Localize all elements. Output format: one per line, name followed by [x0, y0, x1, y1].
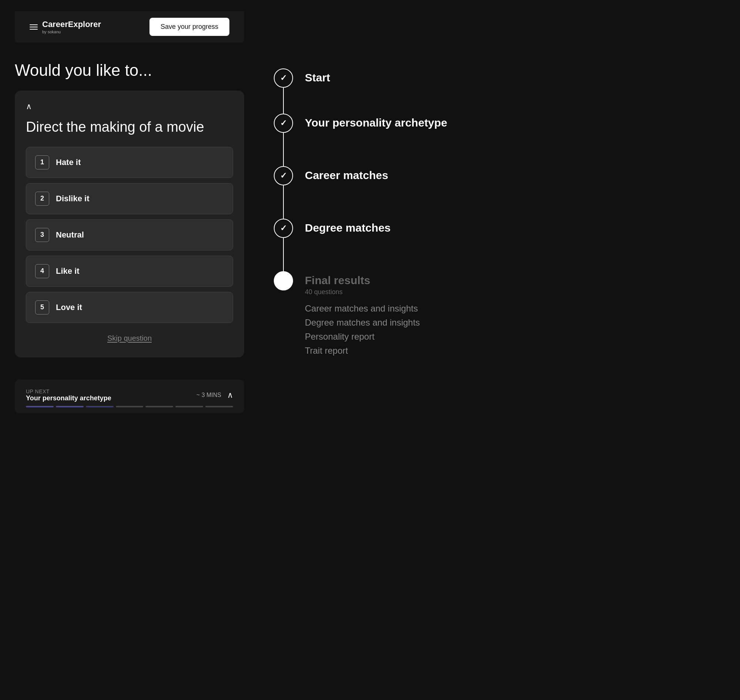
answer-2[interactable]: 2 Dislike it	[26, 183, 233, 214]
progress-seg-7	[205, 406, 233, 407]
answer-label-4: Like it	[56, 266, 79, 276]
logo-area: CareerExplorer by sokanu	[29, 20, 101, 34]
answer-3[interactable]: 3 Neutral	[26, 219, 233, 250]
answer-label-5: Love it	[56, 303, 82, 312]
answer-label-2: Dislike it	[56, 194, 89, 203]
timeline-sub-final: 40 questions	[305, 288, 420, 296]
answer-number-2: 2	[35, 192, 49, 206]
save-progress-button[interactable]: Save your progress	[150, 18, 230, 36]
up-next-label: UP NEXT	[26, 388, 111, 394]
timeline-circle-career: ✓	[274, 166, 293, 185]
page-title: Would you like to...	[15, 61, 244, 79]
menu-icon[interactable]	[29, 24, 38, 29]
logo-subtitle: by sokanu	[42, 29, 101, 34]
timeline-item-final: Final results 40 questions Career matche…	[274, 271, 725, 371]
answer-number-4: 4	[35, 264, 49, 278]
timeline-circle-start: ✓	[274, 68, 293, 88]
timeline-item-personality: ✓ Your personality archetype	[274, 113, 725, 166]
timeline-item-career: ✓ Career matches	[274, 166, 725, 219]
answer-options: 1 Hate it 2 Dislike it 3 Neutral 4 Like …	[26, 147, 233, 323]
final-item-3: Personality report	[305, 331, 420, 342]
answer-4[interactable]: 4 Like it	[26, 256, 233, 287]
up-next-title: Your personality archetype	[26, 394, 111, 402]
answer-number-5: 5	[35, 300, 49, 315]
timeline-line-1	[283, 88, 284, 113]
progress-seg-3	[86, 406, 113, 407]
final-item-2: Degree matches and insights	[305, 318, 420, 328]
timeline-circle-final	[274, 271, 293, 290]
timeline-line-4	[283, 238, 284, 271]
timeline-label-career: Career matches	[305, 169, 388, 182]
collapse-icon[interactable]: ∧	[26, 102, 233, 111]
progress-seg-5	[146, 406, 173, 407]
timeline-label-final: Final results	[305, 274, 420, 287]
timeline-line-2	[283, 133, 284, 166]
timeline-line-3	[283, 185, 284, 219]
answer-number-1: 1	[35, 155, 49, 169]
final-results-details: Career matches and insights Degree match…	[305, 303, 420, 356]
timeline-label-personality: Your personality archetype	[305, 116, 447, 129]
answer-label-1: Hate it	[56, 157, 81, 167]
final-item-4: Trait report	[305, 346, 420, 356]
answer-label-3: Neutral	[56, 230, 84, 240]
timeline: ✓ Start ✓ Your personality archetype	[274, 61, 725, 700]
progress-seg-2	[56, 406, 84, 407]
logo-text: CareerExplorer	[42, 20, 101, 29]
skip-question-link[interactable]: Skip question	[26, 334, 233, 343]
progress-seg-4	[116, 406, 144, 407]
timeline-label-degree: Degree matches	[305, 222, 391, 234]
answer-number-3: 3	[35, 228, 49, 242]
final-item-1: Career matches and insights	[305, 303, 420, 314]
answer-1[interactable]: 1 Hate it	[26, 147, 233, 178]
progress-seg-6	[175, 406, 203, 407]
timeline-item-degree: ✓ Degree matches	[274, 219, 725, 271]
progress-bar	[26, 406, 233, 407]
timeline-label-start: Start	[305, 71, 330, 84]
chevron-up-icon[interactable]: ∧	[227, 390, 233, 400]
timeline-circle-degree: ✓	[274, 219, 293, 238]
answer-5[interactable]: 5 Love it	[26, 292, 233, 323]
question-card: ∧ Direct the making of a movie 1 Hate it…	[15, 91, 244, 357]
progress-seg-1	[26, 406, 54, 407]
timeline-item-start: ✓ Start	[274, 68, 725, 113]
question-text: Direct the making of a movie	[26, 119, 233, 136]
time-estimate: ~ 3 MINS	[196, 392, 221, 399]
timeline-circle-personality: ✓	[274, 113, 293, 133]
